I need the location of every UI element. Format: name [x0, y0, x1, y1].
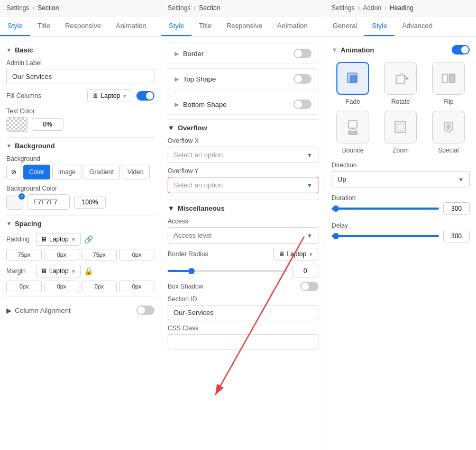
section-id-input[interactable] [168, 305, 318, 320]
anim-box-special[interactable] [432, 111, 465, 143]
anim-label-fade: Fade [345, 98, 360, 105]
tab-animation-left[interactable]: Animation [108, 16, 154, 36]
animation-title: Animation [341, 46, 374, 54]
direction-label: Direction [332, 161, 470, 169]
anim-label-flip: Flip [443, 98, 453, 105]
anim-item-zoom[interactable]: Zoom [379, 111, 422, 154]
tab-title-middle[interactable]: Title [191, 16, 219, 36]
padding-device-select[interactable]: 🖥 Laptop ▼ [36, 233, 81, 246]
overflow-y-chevron: ▼ [307, 182, 313, 188]
delay-slider-row [332, 230, 470, 242]
duration-slider[interactable] [332, 208, 439, 210]
overflow-y-label: Overflow Y [168, 167, 318, 175]
svg-rect-2 [396, 75, 405, 84]
margin-left[interactable] [119, 281, 154, 292]
css-class-input[interactable] [168, 334, 318, 349]
border-toggle[interactable] [294, 49, 312, 58]
anim-label-rotate: Rotate [391, 98, 410, 105]
anim-box-fade[interactable] [336, 62, 369, 95]
padding-left[interactable] [119, 249, 154, 260]
tab-responsive-left[interactable]: Responsive [58, 16, 108, 36]
margin-bottom[interactable] [81, 281, 117, 292]
tab-advanced-right[interactable]: Advanced [395, 16, 440, 36]
tab-animation-middle[interactable]: Animation [270, 16, 315, 36]
overflow-y-value: Select an option [173, 181, 223, 189]
tab-style-left[interactable]: Style [0, 16, 30, 36]
bottom-shape-arrow: ▶ [175, 101, 179, 108]
text-color-swatch[interactable] [6, 117, 28, 132]
bg-type-video[interactable]: Video [122, 165, 149, 179]
bg-type-color[interactable]: Color [23, 165, 50, 179]
duration-value-input[interactable] [443, 202, 470, 215]
overflow-section: ▼ Overflow Overflow X Select an option ▼… [168, 124, 318, 193]
padding-bottom[interactable] [81, 249, 117, 260]
anim-item-rotate[interactable]: Rotate [379, 62, 422, 105]
column-alignment-toggle[interactable] [136, 305, 154, 315]
anim-item-flip[interactable]: Flip [427, 62, 470, 105]
top-shape-row[interactable]: ▶ Top Shape [168, 68, 318, 89]
margin-lock-icon[interactable]: 🔒 [84, 267, 93, 275]
margin-right[interactable] [44, 281, 79, 292]
margin-top[interactable] [6, 281, 42, 292]
delay-slider[interactable] [332, 235, 439, 237]
right-breadcrumb-settings[interactable]: Settings [332, 4, 354, 12]
bg-type-none[interactable]: ⊘ [6, 165, 21, 179]
access-select[interactable]: Access level ▼ [168, 227, 318, 244]
anim-item-special[interactable]: Special [427, 111, 470, 154]
bg-color-clear[interactable]: × [19, 193, 25, 200]
bg-type-gradient[interactable]: Gradient [84, 165, 120, 179]
css-class-label: CSS Class [168, 325, 318, 332]
access-value: Access level [173, 231, 212, 239]
animation-toggle[interactable] [452, 45, 470, 55]
top-shape-toggle[interactable] [294, 74, 312, 84]
access-label: Access [168, 218, 318, 225]
svg-rect-5 [450, 74, 455, 83]
text-color-opacity[interactable] [32, 118, 63, 131]
padding-label: Padding [6, 236, 33, 243]
right-breadcrumb-addon[interactable]: Addon [363, 4, 381, 12]
tab-style-middle[interactable]: Style [161, 16, 191, 36]
overflow-x-select[interactable]: Select an option ▼ [168, 147, 318, 163]
border-row[interactable]: ▶ Border [168, 43, 318, 64]
delay-value-input[interactable] [443, 230, 470, 242]
border-radius-value[interactable] [292, 265, 318, 277]
overflow-y-select[interactable]: Select an option ▼ [168, 177, 318, 193]
fill-columns-toggle[interactable] [136, 91, 154, 101]
box-shadow-toggle[interactable] [300, 282, 318, 291]
anim-box-rotate[interactable] [384, 62, 417, 95]
duration-slider-row [332, 202, 470, 215]
border-label: Border [183, 50, 204, 58]
bottom-shape-toggle[interactable] [294, 100, 312, 109]
border-radius-row: Border Radius 🖥 Laptop ▼ [168, 248, 318, 260]
margin-device-label: Laptop [49, 267, 69, 275]
border-radius-slider[interactable] [168, 270, 288, 272]
anim-box-bounce[interactable] [336, 111, 369, 143]
breadcrumb-settings[interactable]: Settings [6, 4, 29, 12]
fill-columns-device-select[interactable]: 🖥 Laptop ▼ [87, 89, 132, 102]
bg-color-opacity-input[interactable] [74, 196, 106, 209]
tab-responsive-middle[interactable]: Responsive [219, 16, 270, 36]
bg-color-swatch[interactable]: × [6, 195, 23, 210]
anim-item-bounce[interactable]: Bounce [332, 111, 374, 154]
right-panel: Settings › Addon › Heading General Style… [325, 0, 476, 450]
mid-breadcrumb-settings[interactable]: Settings [168, 4, 190, 12]
admin-label-input[interactable] [6, 69, 154, 84]
margin-device-select[interactable]: 🖥 Laptop ▼ [36, 265, 81, 277]
anim-box-flip[interactable] [432, 62, 465, 95]
padding-top[interactable] [6, 249, 42, 260]
bg-type-image[interactable]: Image [52, 165, 81, 179]
bg-color-hex-input[interactable] [28, 194, 70, 210]
bottom-shape-row[interactable]: ▶ Bottom Shape [168, 94, 318, 115]
left-tabs: Style Title Responsive Animation [0, 16, 161, 37]
padding-lock-icon[interactable]: 🔗 [84, 235, 93, 244]
padding-right[interactable] [44, 249, 79, 260]
border-radius-device-select[interactable]: 🖥 Laptop ▼ [273, 248, 318, 260]
anim-box-zoom[interactable] [384, 111, 417, 143]
tab-style-right[interactable]: Style [364, 16, 395, 36]
anim-item-fade[interactable]: Fade [332, 62, 374, 105]
tab-title-left[interactable]: Title [30, 16, 58, 36]
tab-general-right[interactable]: General [325, 16, 364, 36]
middle-panel-content: ▶ Border ▶ Top Shape ▶ Bottom Shape ▼ [161, 37, 325, 450]
direction-select[interactable]: Up ▼ [332, 171, 470, 187]
animation-label: ▼ Animation [332, 46, 374, 54]
